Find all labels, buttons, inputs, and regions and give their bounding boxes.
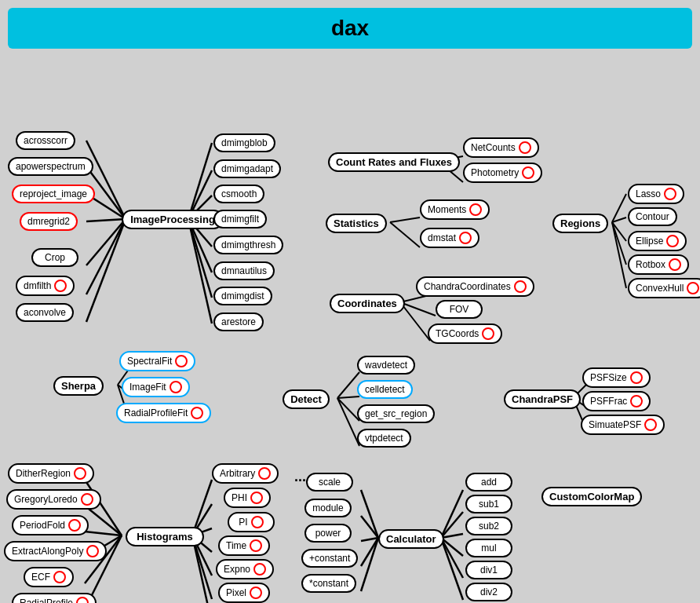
node-dmstat[interactable]: dmstat [420,228,479,248]
svg-line-7 [188,143,212,219]
svg-line-38 [85,506,122,535]
node-scale[interactable]: scale [306,473,353,492]
node-histograms[interactable]: Histograms [126,527,204,546]
node-calculator[interactable]: Calculator [378,529,444,549]
node-time[interactable]: Time [218,535,270,556]
node-dmimgfilt[interactable]: dmimgfilt [213,210,267,228]
node-radialprofilefit[interactable]: RadialProfileFit [116,403,211,423]
node-sub1[interactable]: sub1 [465,495,512,513]
node-power[interactable]: power [304,524,352,543]
node-periodfold[interactable]: PeriodFold [12,515,89,535]
node-psfsize[interactable]: PSFSize [582,367,651,388]
node-pi[interactable]: PI [228,512,275,532]
svg-line-52 [361,538,378,541]
svg-line-13 [188,219,212,298]
node-celldetect[interactable]: celldetect [357,380,413,399]
svg-line-51 [361,516,378,538]
node-mul[interactable]: mul [465,539,512,557]
node-div2[interactable]: div2 [465,583,512,601]
svg-line-0 [86,141,126,219]
svg-line-3 [86,219,126,221]
node-acrosscorr[interactable]: acrosscorr [16,131,75,150]
node-add[interactable]: add [465,473,512,492]
svg-line-32 [337,398,359,421]
node-statistics[interactable]: Statistics [326,214,387,233]
node-imageprocessing[interactable]: ImageProcessing [122,210,224,229]
node-dmregrid2[interactable]: dmregrid2 [20,212,78,231]
node-sherpa[interactable]: Sherpa [53,376,104,396]
svg-line-22 [612,222,626,265]
svg-line-6 [86,219,126,322]
node-div1[interactable]: div1 [465,561,512,579]
svg-line-55 [441,490,463,538]
node-rotbox[interactable]: Rotbox [628,254,689,275]
node-dmimgblob[interactable]: dmimgblob [213,133,275,152]
header: dax [8,8,692,49]
node-crop[interactable]: Crop [31,248,78,267]
node-psffrac[interactable]: PSFFrac [582,391,651,411]
node-wavdetect[interactable]: wavdetect [357,356,415,375]
node-arbitrary[interactable]: Arbitrary [212,463,279,484]
node-radialprofile[interactable]: RadialProfile [12,593,97,603]
node-get-src-region[interactable]: get_src_region [357,404,435,423]
svg-line-4 [86,219,126,265]
svg-line-30 [337,372,359,398]
svg-line-31 [337,397,359,398]
node-gregoryloredo[interactable]: GregoryLoredo [6,489,101,510]
node-moments[interactable]: Moments [420,199,490,220]
node-reproject-image[interactable]: reproject_image [12,185,95,203]
node-spectralfit[interactable]: SpectralFit [119,351,195,371]
node-dmimgadapt[interactable]: dmimgadapt [213,159,281,178]
node-photometry[interactable]: Photometry [463,163,542,183]
node-chandrapsf[interactable]: ChandraPSF [504,389,581,409]
svg-line-56 [441,512,463,538]
node-dots: ··· [294,473,306,489]
node-customcolormap[interactable]: CustomColorMap [541,487,642,506]
node-apowerspectrum[interactable]: apowerspectrum [8,157,93,176]
svg-line-54 [361,538,378,591]
node-dmnautilus[interactable]: dmnautilus [213,261,275,280]
node-module[interactable]: module [304,499,352,517]
node-fov[interactable]: FOV [436,300,483,319]
node-count-rates-fluxes[interactable]: Count Rates and Fluxes [328,152,460,172]
mind-map-area: ImageProcessing acrosscorr apowerspectru… [0,57,700,603]
node-pixel[interactable]: Pixel [218,583,270,603]
node-csmooth[interactable]: csmooth [213,185,264,203]
node-contour[interactable]: Contour [628,207,677,226]
node-dmimgdist[interactable]: dmimgdist [213,287,272,305]
node-ditherregion[interactable]: DitherRegion [8,463,94,484]
node-regions[interactable]: Regions [552,214,608,233]
node-chandra-coordinates[interactable]: ChandraCoordinates [416,276,534,297]
svg-line-58 [441,538,463,556]
svg-line-57 [441,534,463,538]
node-aconvolve[interactable]: aconvolve [16,303,74,322]
node-detect[interactable]: Detect [283,389,330,409]
node-phi[interactable]: PHI [224,488,271,508]
svg-line-19 [612,194,626,222]
svg-line-23 [612,222,626,288]
svg-line-60 [441,538,463,600]
node-arestore[interactable]: arestore [213,312,264,331]
node-convexhull[interactable]: ConvexHull [628,278,700,298]
node-coordinates[interactable]: Coordinates [330,294,405,313]
svg-line-25 [400,302,436,316]
node-ecf[interactable]: ECF [24,567,74,587]
node-expno[interactable]: Expno [216,559,274,579]
node-dmimgthresh[interactable]: dmimgthresh [213,236,283,254]
node-vtpdetect[interactable]: vtpdetect [357,429,411,448]
node-times-constant[interactable]: *constant [301,574,356,593]
svg-line-18 [390,222,420,247]
node-sub2[interactable]: sub2 [465,517,512,535]
node-plus-constant[interactable]: +constant [301,549,358,568]
svg-line-14 [188,219,212,323]
node-extractalongpoly[interactable]: ExtractAlongPoly [4,541,107,561]
node-netcounts[interactable]: NetCounts [463,137,539,158]
node-imagefit[interactable]: ImageFit [122,377,190,397]
node-tgcoords[interactable]: TGCoords [428,323,502,344]
node-ellipse[interactable]: Ellipse [628,231,687,251]
svg-line-5 [86,219,126,294]
connections-svg [0,57,700,603]
node-dmfilth[interactable]: dmfilth [16,276,75,296]
node-simuatepsf[interactable]: SimuatePSF [581,415,665,435]
node-lasso[interactable]: Lasso [628,184,684,204]
